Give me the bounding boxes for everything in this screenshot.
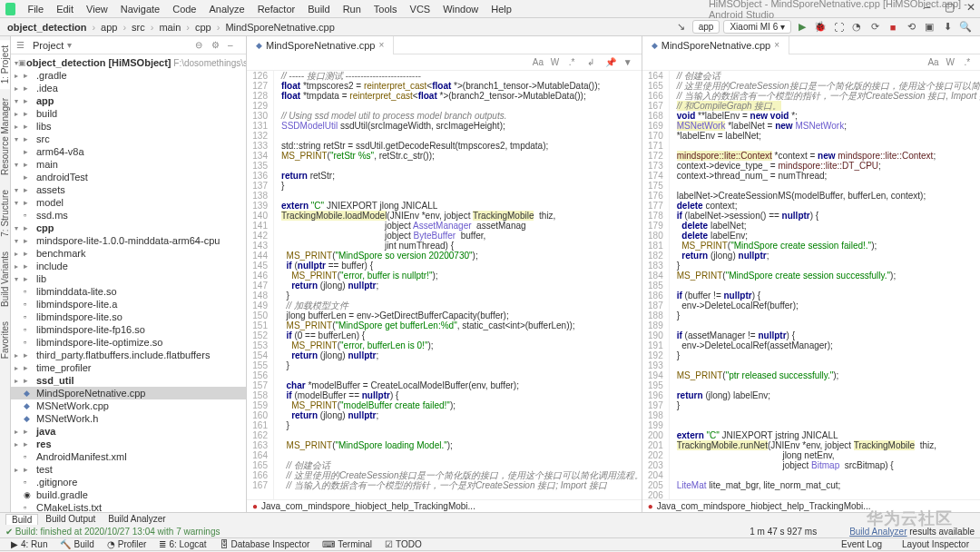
tool-todo[interactable]: ☑TODO: [379, 539, 427, 549]
tree-app[interactable]: ▾▸app: [11, 94, 246, 107]
collapse-icon[interactable]: ⊖: [195, 40, 208, 50]
menu-refactor[interactable]: Refactor: [251, 4, 302, 15]
tool-build[interactable]: 🔨Build: [54, 539, 99, 549]
tree-assets[interactable]: ▾▸assets: [11, 183, 246, 196]
tree-third-party-flatbuffers-include-flatbuffers[interactable]: ▸▸third_party.flatbuffers.include.flatbu…: [11, 349, 246, 361]
menu-help[interactable]: Help: [485, 4, 518, 15]
tree-build-gradle[interactable]: ◉build.gradle: [11, 488, 246, 501]
tree-libmindspore-lite-fp16-so[interactable]: ▫libmindspore-lite-fp16.so: [11, 323, 246, 336]
build-tab-build[interactable]: Build: [5, 514, 38, 525]
left-strip-structure[interactable]: 7: Structure: [0, 184, 10, 242]
tree-res[interactable]: ▸▸res: [11, 438, 246, 450]
crumb-item[interactable]: main: [159, 22, 181, 33]
close-icon[interactable]: ✕: [965, 2, 976, 13]
tree-ssd-util[interactable]: ▸▸ssd_util: [11, 374, 246, 387]
dropdown-icon[interactable]: ▾: [67, 40, 80, 50]
tree-build[interactable]: ▸▸build: [11, 107, 246, 120]
tree-mindsporenetnative-cpp[interactable]: ◆MindSporeNetnative.cpp: [11, 387, 246, 399]
tree-cpp[interactable]: ▾▸cpp: [11, 222, 246, 234]
regex-icon[interactable]: .*: [964, 57, 976, 67]
menu-analyze[interactable]: Analyze: [202, 4, 250, 15]
tree-benchmark[interactable]: ▸▸benchmark: [11, 247, 246, 260]
tree-src[interactable]: ▾▸src: [11, 133, 246, 145]
tool-databaseinspector[interactable]: 🗄Database Inspector: [214, 539, 316, 549]
menu-run[interactable]: Run: [337, 4, 368, 15]
build-analyzer-link[interactable]: Build Analyzer: [849, 527, 906, 537]
module-selector[interactable]: app: [692, 20, 720, 34]
tree-include[interactable]: ▸▸include: [11, 260, 246, 272]
tool-run[interactable]: ▶4: Run: [5, 539, 53, 549]
run-icon[interactable]: ▶: [795, 20, 809, 34]
menu-build[interactable]: Build: [301, 4, 336, 15]
menu-vcs[interactable]: VCS: [404, 4, 437, 15]
menu-window[interactable]: Window: [436, 4, 485, 15]
tree-androidtest[interactable]: ▸androidTest: [11, 171, 246, 183]
left-strip-buildvariants[interactable]: Build Variants: [0, 246, 10, 312]
tree-msnetwork-cpp[interactable]: ◆MSNetWork.cpp: [11, 399, 246, 412]
maximize-icon[interactable]: ▢: [944, 2, 955, 13]
tree-time-profiler[interactable]: ▸▸time_profiler: [11, 361, 246, 374]
tree-test[interactable]: ▸▸test: [11, 463, 246, 476]
crumb-item[interactable]: app: [101, 22, 117, 33]
sync-icon[interactable]: ⟲: [904, 20, 918, 34]
left-strip-favorites[interactable]: Favorites: [0, 316, 10, 364]
menu-code[interactable]: Code: [166, 4, 202, 15]
tree-msnetwork-h[interactable]: ◆MSNetWork.h: [11, 412, 246, 425]
toggle-case-icon[interactable]: Aa: [927, 57, 940, 67]
crumb-item[interactable]: src: [132, 22, 145, 33]
code-area-right[interactable]: 164 165 166 167 168 169 170 171 172 173 …: [642, 71, 980, 499]
tree-libmindspore-lite-a[interactable]: ▫libmindspore-lite.a: [11, 298, 246, 310]
tree-androidmanifest-xml[interactable]: ▫AndroidManifest.xml: [11, 450, 246, 463]
hide-icon[interactable]: –: [228, 40, 240, 50]
crumb-item[interactable]: object_detection: [7, 22, 86, 33]
sdk-icon[interactable]: ⬇: [940, 20, 955, 34]
close-tab-icon[interactable]: ×: [774, 40, 779, 50]
tree-java[interactable]: ▸▸java: [11, 425, 246, 438]
attach-icon[interactable]: ⟳: [867, 20, 882, 34]
toggle-case-icon[interactable]: Aa: [533, 57, 545, 67]
tree-libmindspore-lite-so[interactable]: ▫libmindspore-lite.so: [11, 310, 246, 323]
left-strip-resourcemanager[interactable]: Resource Manager: [0, 93, 10, 181]
menu-file[interactable]: File: [21, 4, 50, 15]
crumb-item[interactable]: cpp: [195, 22, 211, 33]
tree-root[interactable]: ▾▣object_detection [HiMSObject] F:\dosom…: [11, 56, 246, 69]
tool-profiler[interactable]: ◔Profiler: [102, 539, 152, 549]
tree-cmakelists-txt[interactable]: ▫CMakeLists.txt: [11, 501, 246, 512]
tree-model[interactable]: ▾▸model: [11, 196, 246, 209]
build-icon[interactable]: ↘: [674, 20, 689, 34]
build-tab-build-analyzer[interactable]: Build Analyzer: [103, 514, 171, 524]
menu-tools[interactable]: Tools: [368, 4, 404, 15]
settings-icon[interactable]: ⚙: [211, 40, 224, 50]
tool-logcat[interactable]: ≣6: Logcat: [153, 539, 211, 549]
device-selector[interactable]: Xiaomi MI 6 ▾: [723, 20, 791, 34]
pin-icon[interactable]: 📌: [605, 57, 618, 67]
words-icon[interactable]: W: [551, 57, 564, 67]
tree-ssd-ms[interactable]: ▫ssd.ms: [11, 209, 246, 222]
left-strip-project[interactable]: 1: Project: [0, 40, 10, 89]
coverage-icon[interactable]: ⛶: [831, 20, 846, 34]
close-tab-icon[interactable]: ×: [378, 40, 384, 50]
tool-terminal[interactable]: ⌨Terminal: [317, 539, 377, 549]
wrap-icon[interactable]: ↲: [587, 57, 600, 67]
crumb-item[interactable]: MindSporeNetnative.cpp: [225, 22, 334, 33]
search-icon[interactable]: 🔍: [958, 20, 973, 34]
menu-navigate[interactable]: Navigate: [114, 4, 166, 15]
tree--idea[interactable]: ▸▸.idea: [11, 82, 246, 94]
filter-icon[interactable]: ▼: [623, 57, 636, 67]
code-area-left[interactable]: 126 127 128 129 130 131 132 133 134 135 …: [247, 71, 642, 499]
tree-libs[interactable]: ▸▸libs: [11, 120, 246, 133]
words-icon[interactable]: W: [946, 57, 958, 67]
debug-icon[interactable]: 🐞: [813, 20, 828, 34]
tree-arm64-v8a[interactable]: ▸arm64-v8a: [11, 145, 246, 158]
regex-icon[interactable]: .*: [569, 57, 582, 67]
tree--gradle[interactable]: ▸▸.gradle: [11, 69, 246, 82]
tree-mindspore-lite-1-0-0-minddata-arm64-cpu[interactable]: ▾▸mindspore-lite-1.0.0-minddata-arm64-cp…: [11, 234, 246, 247]
tree-libmindspore-lite-optimize-so[interactable]: ▫libmindspore-lite-optimize.so: [11, 336, 246, 349]
tree-lib[interactable]: ▾▸lib: [11, 272, 246, 285]
menu-edit[interactable]: Edit: [50, 4, 80, 15]
minimize-icon[interactable]: –: [922, 2, 933, 13]
stop-icon[interactable]: ■: [886, 20, 900, 34]
tree--gitignore[interactable]: ▫.gitignore: [11, 476, 246, 488]
menu-view[interactable]: View: [80, 4, 114, 15]
editor-tab-left[interactable]: ◆ MindSporeNetnative.cpp ×: [247, 36, 394, 54]
